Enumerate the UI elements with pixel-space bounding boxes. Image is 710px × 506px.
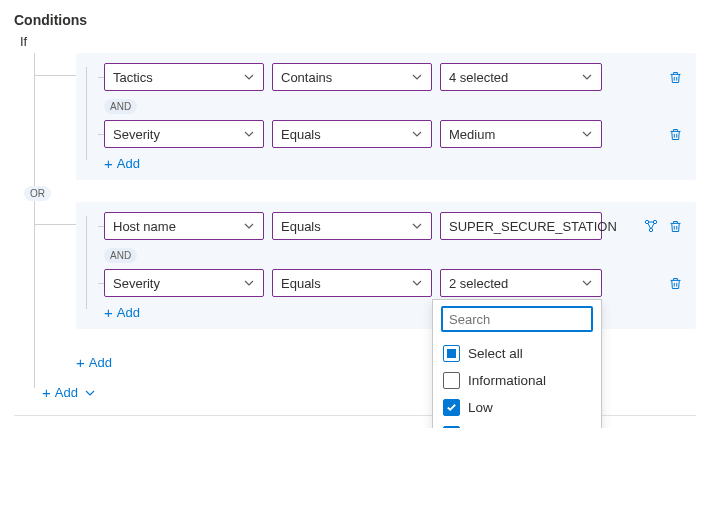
and-badge: AND (104, 248, 137, 263)
value-dropdown: Select all Informational Low Medium (432, 299, 602, 428)
operator-select[interactable]: Contains (272, 63, 432, 91)
chevron-down-icon (581, 277, 593, 289)
checkbox-indeterminate-icon (443, 345, 460, 362)
svg-point-0 (645, 220, 648, 223)
value-text: 4 selected (449, 70, 508, 85)
chevron-down-icon (243, 277, 255, 289)
value-text: 2 selected (449, 276, 508, 291)
condition-row: Host name Equals SUPER_SECURE_STATION (104, 212, 684, 240)
field-value: Tactics (113, 70, 153, 85)
add-condition-button[interactable]: + Add (104, 156, 140, 171)
svg-point-2 (649, 228, 652, 231)
operator-value: Equals (281, 276, 321, 291)
dropdown-option[interactable]: Low (441, 394, 593, 421)
delete-icon[interactable] (666, 274, 684, 292)
value-select[interactable]: 2 selected (440, 269, 602, 297)
value-select[interactable]: Medium (440, 120, 602, 148)
operator-select[interactable]: Equals (272, 120, 432, 148)
field-value: Host name (113, 219, 176, 234)
value-select[interactable]: 4 selected (440, 63, 602, 91)
condition-row: Severity Equals Medium (104, 120, 684, 148)
dropdown-search-input[interactable] (441, 306, 593, 332)
dropdown-option[interactable]: Medium (441, 421, 593, 428)
connector-line (98, 77, 104, 78)
checkbox-unchecked-icon (443, 372, 460, 389)
connector-line (98, 134, 104, 135)
operator-select[interactable]: Equals (272, 212, 432, 240)
add-label: Add (117, 305, 140, 320)
chevron-down-icon (411, 220, 423, 232)
chevron-down-icon (243, 220, 255, 232)
plus-icon: + (42, 385, 51, 400)
condition-group: Tactics Contains 4 selected AND (20, 53, 696, 180)
add-root-button[interactable]: + Add (42, 385, 96, 400)
option-label: Low (468, 400, 493, 415)
operator-value: Equals (281, 219, 321, 234)
conditions-tree: Tactics Contains 4 selected AND (20, 53, 696, 371)
option-label: Select all (468, 346, 523, 361)
condition-group: OR Host name Equals SUPER_SECURE_STATION (20, 202, 696, 329)
field-select[interactable]: Host name (104, 212, 264, 240)
option-label: Informational (468, 373, 546, 388)
option-label: Medium (468, 427, 516, 428)
connector-line (34, 224, 76, 225)
svg-point-1 (653, 220, 656, 223)
value-text: Medium (449, 127, 495, 142)
dropdown-option[interactable]: Informational (441, 367, 593, 394)
chevron-down-icon (243, 128, 255, 140)
delete-icon[interactable] (666, 125, 684, 143)
dropdown-option-select-all[interactable]: Select all (441, 340, 593, 367)
field-value: Severity (113, 276, 160, 291)
if-label: If (20, 34, 696, 49)
plus-icon: + (76, 355, 85, 370)
add-label: Add (117, 156, 140, 171)
condition-row: Severity Equals 2 selected (104, 269, 684, 297)
chevron-down-icon (84, 387, 96, 399)
condition-row: Tactics Contains 4 selected (104, 63, 684, 91)
chevron-down-icon (411, 128, 423, 140)
field-value: Severity (113, 127, 160, 142)
plus-icon: + (104, 305, 113, 320)
chevron-down-icon (411, 277, 423, 289)
operator-select[interactable]: Equals (272, 269, 432, 297)
entity-mapping-icon[interactable] (642, 217, 660, 235)
field-select[interactable]: Severity (104, 120, 264, 148)
chevron-down-icon (411, 71, 423, 83)
group-line (86, 67, 87, 160)
checkbox-checked-icon (443, 426, 460, 428)
chevron-down-icon (581, 128, 593, 140)
add-label: Add (89, 355, 112, 370)
field-select[interactable]: Tactics (104, 63, 264, 91)
operator-value: Contains (281, 70, 332, 85)
or-badge: OR (24, 186, 51, 201)
value-select[interactable]: SUPER_SECURE_STATION (440, 212, 602, 240)
add-group-button[interactable]: + Add (76, 355, 112, 370)
chevron-down-icon (243, 71, 255, 83)
connector-line (98, 226, 104, 227)
plus-icon: + (104, 156, 113, 171)
delete-icon[interactable] (666, 68, 684, 86)
group-line (86, 216, 87, 309)
and-badge: AND (104, 99, 137, 114)
add-label: Add (55, 385, 78, 400)
checkbox-checked-icon (443, 399, 460, 416)
value-text: SUPER_SECURE_STATION (449, 219, 617, 234)
field-select[interactable]: Severity (104, 269, 264, 297)
operator-value: Equals (281, 127, 321, 142)
chevron-down-icon (581, 71, 593, 83)
section-heading: Conditions (14, 12, 696, 28)
add-condition-button[interactable]: + Add (104, 305, 140, 320)
connector-line (98, 283, 104, 284)
connector-line (34, 75, 76, 76)
delete-icon[interactable] (666, 217, 684, 235)
